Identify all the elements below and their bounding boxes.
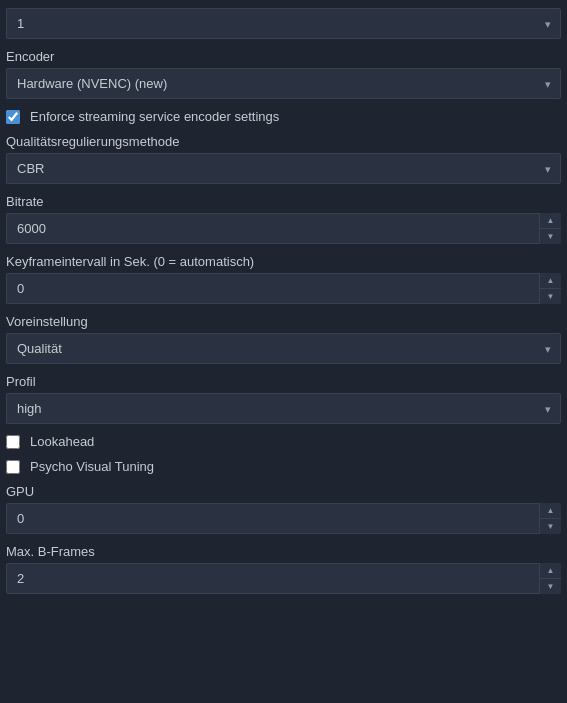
gpu-spinner-buttons: ▲ ▼ — [539, 503, 561, 534]
gpu-increment-button[interactable]: ▲ — [540, 503, 561, 519]
bitrate-group: Bitrate ▲ ▼ — [6, 194, 561, 244]
preset-group: Voreinstellung Qualität Performance Max … — [6, 314, 561, 364]
profile-wrapper: high main baseline ▾ — [6, 393, 561, 424]
preset-select[interactable]: Qualität Performance Max Quality — [6, 333, 561, 364]
bframes-input[interactable] — [6, 563, 561, 594]
gpu-input[interactable] — [6, 503, 561, 534]
profile-select[interactable]: high main baseline — [6, 393, 561, 424]
encoder-wrapper: Hardware (NVENC) (new) Software (x264) ▾ — [6, 68, 561, 99]
quality-method-label: Qualitätsregulierungsmethode — [6, 134, 561, 149]
top-dropdown-wrapper: 1 2 3 ▾ — [6, 8, 561, 39]
keyframe-input[interactable] — [6, 273, 561, 304]
preset-wrapper: Qualität Performance Max Quality ▾ — [6, 333, 561, 364]
psycho-visual-row: Psycho Visual Tuning — [6, 459, 561, 474]
gpu-decrement-button[interactable]: ▼ — [540, 519, 561, 534]
bitrate-increment-button[interactable]: ▲ — [540, 213, 561, 229]
quality-method-group: Qualitätsregulierungsmethode CBR VBR CQP… — [6, 134, 561, 184]
encoder-select[interactable]: Hardware (NVENC) (new) Software (x264) — [6, 68, 561, 99]
quality-method-select[interactable]: CBR VBR CQP — [6, 153, 561, 184]
gpu-group: GPU ▲ ▼ — [6, 484, 561, 534]
enforce-checkbox[interactable] — [6, 110, 20, 124]
bitrate-input[interactable] — [6, 213, 561, 244]
enforce-checkbox-row: Enforce streaming service encoder settin… — [6, 109, 561, 124]
keyframe-decrement-button[interactable]: ▼ — [540, 289, 561, 304]
lookahead-label[interactable]: Lookahead — [30, 434, 94, 449]
bitrate-spinner-buttons: ▲ ▼ — [539, 213, 561, 244]
top-dropdown-group: 1 2 3 ▾ — [6, 8, 561, 39]
psycho-visual-label[interactable]: Psycho Visual Tuning — [30, 459, 154, 474]
top-dropdown-select[interactable]: 1 2 3 — [6, 8, 561, 39]
lookahead-row: Lookahead — [6, 434, 561, 449]
profile-group: Profil high main baseline ▾ — [6, 374, 561, 424]
gpu-label: GPU — [6, 484, 561, 499]
keyframe-label: Keyframeintervall in Sek. (0 = automatis… — [6, 254, 561, 269]
keyframe-group: Keyframeintervall in Sek. (0 = automatis… — [6, 254, 561, 304]
bframes-spinner-wrapper: ▲ ▼ — [6, 563, 561, 594]
bitrate-decrement-button[interactable]: ▼ — [540, 229, 561, 244]
bframes-label: Max. B-Frames — [6, 544, 561, 559]
lookahead-checkbox[interactable] — [6, 435, 20, 449]
preset-label: Voreinstellung — [6, 314, 561, 329]
keyframe-spinner-buttons: ▲ ▼ — [539, 273, 561, 304]
keyframe-increment-button[interactable]: ▲ — [540, 273, 561, 289]
bframes-spinner-buttons: ▲ ▼ — [539, 563, 561, 594]
keyframe-spinner-wrapper: ▲ ▼ — [6, 273, 561, 304]
gpu-spinner-wrapper: ▲ ▼ — [6, 503, 561, 534]
encoder-group: Encoder Hardware (NVENC) (new) Software … — [6, 49, 561, 99]
encoder-label: Encoder — [6, 49, 561, 64]
bitrate-label: Bitrate — [6, 194, 561, 209]
psycho-visual-checkbox[interactable] — [6, 460, 20, 474]
quality-method-wrapper: CBR VBR CQP ▾ — [6, 153, 561, 184]
bitrate-spinner-wrapper: ▲ ▼ — [6, 213, 561, 244]
settings-panel: 1 2 3 ▾ Encoder Hardware (NVENC) (new) S… — [0, 0, 567, 612]
bframes-decrement-button[interactable]: ▼ — [540, 579, 561, 594]
enforce-label[interactable]: Enforce streaming service encoder settin… — [30, 109, 279, 124]
bframes-increment-button[interactable]: ▲ — [540, 563, 561, 579]
profile-label: Profil — [6, 374, 561, 389]
bframes-group: Max. B-Frames ▲ ▼ — [6, 544, 561, 594]
